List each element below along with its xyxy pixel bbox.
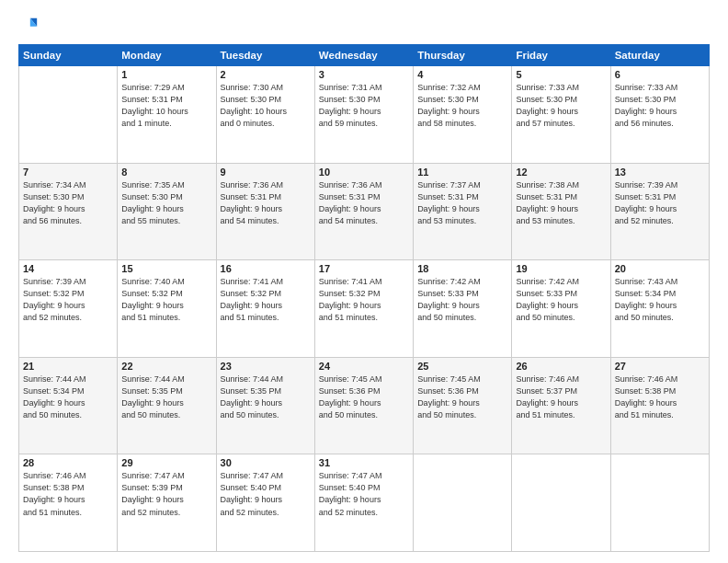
calendar-cell: 21Sunrise: 7:44 AM Sunset: 5:34 PM Dayli… bbox=[19, 357, 118, 454]
calendar-cell: 5Sunrise: 7:33 AM Sunset: 5:30 PM Daylig… bbox=[512, 66, 610, 164]
day-info: Sunrise: 7:31 AM Sunset: 5:30 PM Dayligh… bbox=[319, 82, 409, 130]
day-number: 27 bbox=[615, 361, 705, 372]
calendar-cell: 20Sunrise: 7:43 AM Sunset: 5:34 PM Dayli… bbox=[610, 260, 709, 358]
day-info: Sunrise: 7:38 AM Sunset: 5:31 PM Dayligh… bbox=[516, 179, 606, 227]
day-number: 14 bbox=[23, 263, 113, 274]
calendar-cell: 31Sunrise: 7:47 AM Sunset: 5:40 PM Dayli… bbox=[314, 454, 413, 552]
day-info: Sunrise: 7:47 AM Sunset: 5:40 PM Dayligh… bbox=[319, 470, 409, 518]
calendar-cell bbox=[512, 454, 610, 552]
calendar-cell: 9Sunrise: 7:36 AM Sunset: 5:31 PM Daylig… bbox=[216, 163, 314, 260]
day-number: 30 bbox=[221, 457, 311, 468]
logo bbox=[18, 15, 40, 35]
day-number: 12 bbox=[516, 167, 606, 178]
calendar-cell: 6Sunrise: 7:33 AM Sunset: 5:30 PM Daylig… bbox=[610, 66, 709, 164]
day-info: Sunrise: 7:44 AM Sunset: 5:34 PM Dayligh… bbox=[23, 373, 113, 421]
calendar-week-row: 28Sunrise: 7:46 AM Sunset: 5:38 PM Dayli… bbox=[19, 454, 710, 552]
calendar-cell: 13Sunrise: 7:39 AM Sunset: 5:31 PM Dayli… bbox=[610, 163, 709, 260]
day-info: Sunrise: 7:40 AM Sunset: 5:32 PM Dayligh… bbox=[121, 276, 211, 324]
day-number: 17 bbox=[319, 263, 409, 274]
day-info: Sunrise: 7:47 AM Sunset: 5:39 PM Dayligh… bbox=[121, 470, 211, 518]
calendar-cell: 10Sunrise: 7:36 AM Sunset: 5:31 PM Dayli… bbox=[314, 163, 413, 260]
calendar-cell: 27Sunrise: 7:46 AM Sunset: 5:38 PM Dayli… bbox=[610, 357, 709, 454]
day-info: Sunrise: 7:33 AM Sunset: 5:30 PM Dayligh… bbox=[615, 82, 705, 130]
day-number: 11 bbox=[417, 167, 507, 178]
day-number: 19 bbox=[516, 263, 606, 274]
day-info: Sunrise: 7:35 AM Sunset: 5:30 PM Dayligh… bbox=[121, 179, 211, 227]
calendar-cell: 12Sunrise: 7:38 AM Sunset: 5:31 PM Dayli… bbox=[512, 163, 610, 260]
calendar-cell: 24Sunrise: 7:45 AM Sunset: 5:36 PM Dayli… bbox=[314, 357, 413, 454]
calendar-header-friday: Friday bbox=[512, 45, 610, 66]
calendar-week-row: 21Sunrise: 7:44 AM Sunset: 5:34 PM Dayli… bbox=[19, 357, 710, 454]
calendar-cell: 18Sunrise: 7:42 AM Sunset: 5:33 PM Dayli… bbox=[414, 260, 512, 358]
calendar-cell: 14Sunrise: 7:39 AM Sunset: 5:32 PM Dayli… bbox=[19, 260, 118, 358]
day-number: 4 bbox=[417, 69, 507, 80]
day-info: Sunrise: 7:36 AM Sunset: 5:31 PM Dayligh… bbox=[221, 179, 311, 227]
calendar-cell: 17Sunrise: 7:41 AM Sunset: 5:32 PM Dayli… bbox=[314, 260, 413, 358]
calendar-cell: 25Sunrise: 7:45 AM Sunset: 5:36 PM Dayli… bbox=[414, 357, 512, 454]
day-number: 25 bbox=[417, 361, 507, 372]
day-number: 2 bbox=[221, 69, 311, 80]
day-info: Sunrise: 7:36 AM Sunset: 5:31 PM Dayligh… bbox=[319, 179, 409, 227]
calendar-cell: 16Sunrise: 7:41 AM Sunset: 5:32 PM Dayli… bbox=[216, 260, 314, 358]
day-info: Sunrise: 7:41 AM Sunset: 5:32 PM Dayligh… bbox=[221, 276, 311, 324]
calendar-cell: 2Sunrise: 7:30 AM Sunset: 5:30 PM Daylig… bbox=[216, 66, 314, 164]
day-info: Sunrise: 7:45 AM Sunset: 5:36 PM Dayligh… bbox=[319, 373, 409, 421]
day-number: 5 bbox=[516, 69, 606, 80]
day-number: 22 bbox=[121, 361, 211, 372]
page: SundayMondayTuesdayWednesdayThursdayFrid… bbox=[0, 0, 728, 563]
day-info: Sunrise: 7:42 AM Sunset: 5:33 PM Dayligh… bbox=[417, 276, 507, 324]
calendar-header-sunday: Sunday bbox=[19, 45, 118, 66]
day-info: Sunrise: 7:47 AM Sunset: 5:40 PM Dayligh… bbox=[221, 470, 311, 518]
calendar-header-saturday: Saturday bbox=[610, 45, 709, 66]
day-info: Sunrise: 7:39 AM Sunset: 5:31 PM Dayligh… bbox=[615, 179, 705, 227]
day-info: Sunrise: 7:29 AM Sunset: 5:31 PM Dayligh… bbox=[121, 82, 211, 130]
day-number: 31 bbox=[319, 457, 409, 468]
day-number: 23 bbox=[221, 361, 311, 372]
day-number: 9 bbox=[221, 167, 311, 178]
day-number: 7 bbox=[23, 167, 113, 178]
day-info: Sunrise: 7:44 AM Sunset: 5:35 PM Dayligh… bbox=[121, 373, 211, 421]
day-info: Sunrise: 7:42 AM Sunset: 5:33 PM Dayligh… bbox=[516, 276, 606, 324]
calendar-week-row: 1Sunrise: 7:29 AM Sunset: 5:31 PM Daylig… bbox=[19, 66, 710, 164]
day-info: Sunrise: 7:46 AM Sunset: 5:38 PM Dayligh… bbox=[615, 373, 705, 421]
day-info: Sunrise: 7:45 AM Sunset: 5:36 PM Dayligh… bbox=[417, 373, 507, 421]
calendar-cell: 29Sunrise: 7:47 AM Sunset: 5:39 PM Dayli… bbox=[118, 454, 216, 552]
calendar-table: SundayMondayTuesdayWednesdayThursdayFrid… bbox=[18, 44, 710, 552]
calendar-header-thursday: Thursday bbox=[414, 45, 512, 66]
calendar-cell: 7Sunrise: 7:34 AM Sunset: 5:30 PM Daylig… bbox=[19, 163, 118, 260]
calendar-cell: 28Sunrise: 7:46 AM Sunset: 5:38 PM Dayli… bbox=[19, 454, 118, 552]
calendar-header-wednesday: Wednesday bbox=[314, 45, 413, 66]
day-info: Sunrise: 7:46 AM Sunset: 5:37 PM Dayligh… bbox=[516, 373, 606, 421]
day-info: Sunrise: 7:44 AM Sunset: 5:35 PM Dayligh… bbox=[221, 373, 311, 421]
day-number: 8 bbox=[121, 167, 211, 178]
header bbox=[18, 15, 710, 35]
day-info: Sunrise: 7:46 AM Sunset: 5:38 PM Dayligh… bbox=[23, 470, 113, 518]
day-info: Sunrise: 7:39 AM Sunset: 5:32 PM Dayligh… bbox=[23, 276, 113, 324]
calendar-cell: 3Sunrise: 7:31 AM Sunset: 5:30 PM Daylig… bbox=[314, 66, 413, 164]
calendar-cell: 11Sunrise: 7:37 AM Sunset: 5:31 PM Dayli… bbox=[414, 163, 512, 260]
day-number: 28 bbox=[23, 457, 113, 468]
calendar-cell: 8Sunrise: 7:35 AM Sunset: 5:30 PM Daylig… bbox=[118, 163, 216, 260]
calendar-cell: 23Sunrise: 7:44 AM Sunset: 5:35 PM Dayli… bbox=[216, 357, 314, 454]
calendar-header-monday: Monday bbox=[118, 45, 216, 66]
calendar-cell: 1Sunrise: 7:29 AM Sunset: 5:31 PM Daylig… bbox=[118, 66, 216, 164]
day-number: 21 bbox=[23, 361, 113, 372]
calendar-cell bbox=[610, 454, 709, 552]
day-number: 20 bbox=[615, 263, 705, 274]
day-number: 29 bbox=[121, 457, 211, 468]
calendar-cell: 26Sunrise: 7:46 AM Sunset: 5:37 PM Dayli… bbox=[512, 357, 610, 454]
day-info: Sunrise: 7:43 AM Sunset: 5:34 PM Dayligh… bbox=[615, 276, 705, 324]
day-info: Sunrise: 7:37 AM Sunset: 5:31 PM Dayligh… bbox=[417, 179, 507, 227]
calendar-cell bbox=[414, 454, 512, 552]
day-number: 15 bbox=[121, 263, 211, 274]
day-info: Sunrise: 7:34 AM Sunset: 5:30 PM Dayligh… bbox=[23, 179, 113, 227]
day-number: 3 bbox=[319, 69, 409, 80]
calendar-header-tuesday: Tuesday bbox=[216, 45, 314, 66]
calendar-cell: 4Sunrise: 7:32 AM Sunset: 5:30 PM Daylig… bbox=[414, 66, 512, 164]
day-number: 1 bbox=[121, 69, 211, 80]
day-info: Sunrise: 7:32 AM Sunset: 5:30 PM Dayligh… bbox=[417, 82, 507, 130]
calendar-cell: 22Sunrise: 7:44 AM Sunset: 5:35 PM Dayli… bbox=[118, 357, 216, 454]
calendar-week-row: 14Sunrise: 7:39 AM Sunset: 5:32 PM Dayli… bbox=[19, 260, 710, 358]
day-number: 16 bbox=[221, 263, 311, 274]
day-number: 6 bbox=[615, 69, 705, 80]
